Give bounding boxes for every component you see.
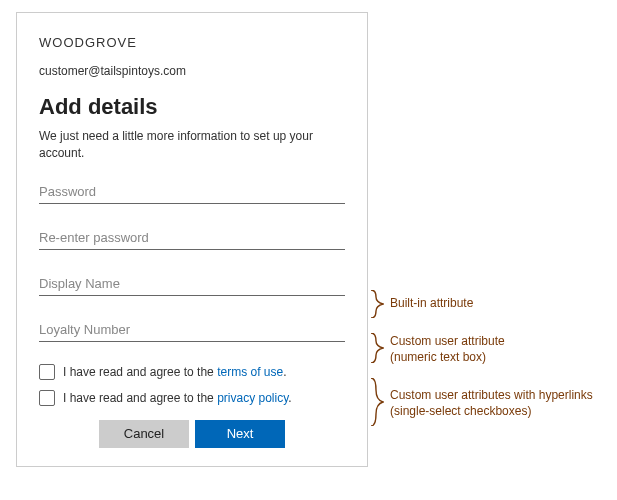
brace-icon (370, 290, 384, 318)
annotation-builtin: Built-in attribute (390, 296, 473, 312)
button-row: Cancel Next (39, 420, 345, 448)
reenter-password-field[interactable] (39, 226, 345, 250)
terms-suffix: . (283, 365, 286, 379)
terms-row: I have read and agree to the terms of us… (39, 364, 345, 380)
annotation-line: Custom user attribute (390, 334, 505, 348)
cancel-button[interactable]: Cancel (99, 420, 189, 448)
terms-text: I have read and agree to the terms of us… (63, 365, 287, 379)
next-button[interactable]: Next (195, 420, 285, 448)
annotation-line: (single-select checkboxes) (390, 404, 531, 418)
brand-name: WOODGROVE (39, 35, 345, 50)
user-email: customer@tailspintoys.com (39, 64, 345, 78)
annotation-line: Custom user attributes with hyperlinks (390, 388, 593, 402)
brace-icon (370, 378, 384, 426)
display-name-field[interactable] (39, 272, 345, 296)
signup-card: WOODGROVE customer@tailspintoys.com Add … (16, 12, 368, 467)
privacy-prefix: I have read and agree to the (63, 391, 217, 405)
page-subtitle: We just need a little more information t… (39, 128, 345, 162)
privacy-link[interactable]: privacy policy (217, 391, 288, 405)
page-title: Add details (39, 94, 345, 120)
loyalty-number-field[interactable] (39, 318, 345, 342)
annotation-line: (numeric text box) (390, 350, 486, 364)
privacy-text: I have read and agree to the privacy pol… (63, 391, 292, 405)
password-field[interactable] (39, 180, 345, 204)
annotation-custom-numeric: Custom user attribute (numeric text box) (390, 334, 505, 365)
privacy-checkbox[interactable] (39, 390, 55, 406)
annotation-custom-checks: Custom user attributes with hyperlinks (… (390, 388, 593, 419)
terms-prefix: I have read and agree to the (63, 365, 217, 379)
brace-icon (370, 333, 384, 363)
terms-checkbox[interactable] (39, 364, 55, 380)
terms-link[interactable]: terms of use (217, 365, 283, 379)
privacy-row: I have read and agree to the privacy pol… (39, 390, 345, 406)
privacy-suffix: . (288, 391, 291, 405)
